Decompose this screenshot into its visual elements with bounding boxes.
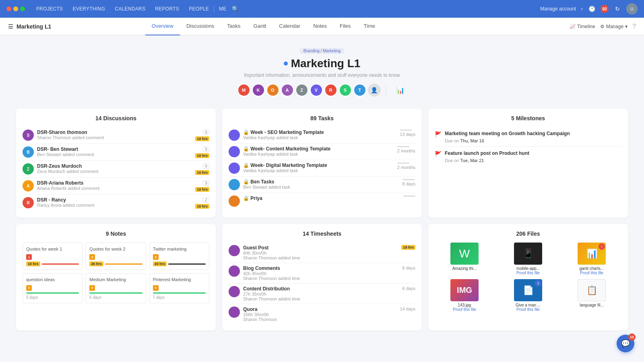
user-avatar[interactable]: U bbox=[626, 3, 638, 14]
timesheet-item-2: Blog Comments 42h 45m/0h Sharon Thomson … bbox=[229, 263, 415, 284]
member-avatar-9[interactable]: T bbox=[353, 84, 366, 97]
note-title-6: Pinterest Marketing bbox=[153, 277, 206, 282]
ts-action-2: Sharon Thomson added time bbox=[243, 276, 399, 281]
tab-gantt[interactable]: Gantt bbox=[247, 18, 273, 35]
file-link-3[interactable]: Proof this file bbox=[562, 271, 621, 275]
disc-count-1: 9 bbox=[203, 130, 209, 135]
file-name-6: language fil... bbox=[562, 303, 621, 307]
timesheet-item-1: Guest Post 84h 30m/0h Sharon Thomson add… bbox=[229, 243, 415, 263]
task-action-3: Vartika Kashyap added task bbox=[243, 168, 394, 173]
nav-everything[interactable]: EVERYTHING bbox=[68, 0, 110, 18]
note-title-3: Twitter marketing bbox=[153, 246, 206, 252]
chart-icon[interactable]: 📊 bbox=[394, 84, 407, 97]
nav-projects[interactable]: PROJECTS bbox=[31, 0, 68, 18]
tab-overview[interactable]: Overview bbox=[145, 18, 180, 35]
member-avatar-2[interactable]: K bbox=[252, 84, 265, 97]
tasks-list: 🔒 Week - SEO Marketing Template Vartika … bbox=[229, 127, 415, 209]
refresh-icon[interactable]: ↻ bbox=[613, 5, 621, 13]
member-avatar-7[interactable]: R bbox=[324, 84, 337, 97]
note-title-2: Quotes for week 2 bbox=[89, 246, 142, 252]
nav-people[interactable]: PEOPLE bbox=[184, 0, 214, 18]
members-row: M K O A Z V R S T 👤 📊 bbox=[16, 84, 628, 97]
disc-count-5: 2 bbox=[203, 197, 209, 203]
files-grid: W Amazing thi... 📱 mobile-app... Proof t… bbox=[435, 243, 621, 312]
project-title-area: ☰ Marketing L1 bbox=[8, 23, 51, 30]
search-icon[interactable]: 🔍 bbox=[231, 5, 239, 13]
file-item-5: 📄 1 Give a man ... Proof this file bbox=[498, 279, 558, 312]
manage-button[interactable]: ⚙ Manage ▾ bbox=[600, 24, 627, 29]
member-avatar-5[interactable]: Z bbox=[295, 84, 308, 97]
notification-badge[interactable]: 60 bbox=[601, 5, 609, 13]
timesheet-item-4: Quora 106h 30m/0h Sharon Thomson 14 days bbox=[229, 304, 415, 324]
maximize-button[interactable] bbox=[20, 6, 25, 11]
project-subtitle: Important information, announcements and… bbox=[16, 72, 628, 78]
main-content: Branding / Marketing Marketing L1 Import… bbox=[0, 35, 644, 362]
disc-time-5: 10 hrs bbox=[195, 204, 209, 209]
file-thumb-1[interactable]: W bbox=[450, 243, 479, 265]
disc-avatar-2: B bbox=[23, 146, 34, 158]
tab-tasks[interactable]: Tasks bbox=[221, 18, 247, 35]
close-button[interactable] bbox=[6, 6, 11, 11]
ts-badge-1: 18 hrs bbox=[401, 245, 415, 250]
disc-name-4: DSR-Ariana Roberts bbox=[37, 180, 192, 186]
file-thumb-3[interactable]: 📊 ! bbox=[578, 243, 606, 265]
member-avatar-6[interactable]: V bbox=[310, 84, 323, 97]
member-avatar-8[interactable]: S bbox=[339, 84, 352, 97]
tab-calendar[interactable]: Calendar bbox=[272, 18, 307, 35]
chat-button[interactable]: 💬 15 bbox=[617, 335, 634, 352]
discussion-item-3: Z DSR-Zeus Murdoch Zeus Murdoch added co… bbox=[23, 161, 209, 178]
disc-action-3: Zeus Murdoch added comment bbox=[37, 169, 192, 174]
timesheets-list: Guest Post 84h 30m/0h Sharon Thomson add… bbox=[229, 243, 415, 324]
nav-me[interactable]: ME bbox=[214, 0, 231, 18]
tab-notes[interactable]: Notes bbox=[307, 18, 333, 35]
disc-name-2: DSR- Ben Stewart bbox=[37, 146, 192, 152]
note-title-4: question ideas bbox=[26, 277, 79, 282]
member-avatar-1[interactable]: M bbox=[237, 84, 250, 97]
milestone-name-1: Marketing team meeting on Growth hacking… bbox=[445, 130, 570, 137]
disc-count-3: 9 bbox=[203, 163, 209, 169]
task-avatar-1 bbox=[229, 130, 240, 141]
note-title-1: Quotes for week 1 bbox=[26, 246, 79, 252]
project-dot bbox=[284, 62, 288, 66]
minimize-button[interactable] bbox=[13, 6, 18, 11]
file-thumb-2[interactable]: 📱 bbox=[514, 243, 542, 265]
cards-grid-bottom: 9 Notes Quotes for week 1 1 10 hrs Quote… bbox=[16, 224, 628, 331]
file-link-5[interactable]: Proof this file bbox=[498, 307, 558, 312]
file-thumb-5[interactable]: 📄 1 bbox=[514, 279, 542, 301]
task-item-5: 🔒 Priya bbox=[229, 193, 415, 209]
file-badge-5: 1 bbox=[535, 280, 541, 286]
discussion-item-4: A DSR-Ariana Roberts Ariana Roberts adde… bbox=[23, 178, 209, 195]
timeline-button[interactable]: 📈 Timeline bbox=[570, 24, 595, 29]
nav-reports[interactable]: REPORTS bbox=[150, 0, 184, 18]
ts-time-1: 84h 30m/0h bbox=[243, 251, 398, 255]
hamburger-icon[interactable]: ☰ bbox=[8, 23, 13, 30]
milestone-due-2: Due on Tue, Mar 21 bbox=[445, 158, 529, 163]
nav-calendars[interactable]: CALENDARS bbox=[110, 0, 150, 18]
milestone-item-1: 🚩 Marketing team meeting on Growth hacki… bbox=[435, 127, 621, 147]
tab-bar: Overview Discussions Tasks Gantt Calenda… bbox=[145, 18, 382, 35]
project-header: Branding / Marketing Marketing L1 Import… bbox=[16, 43, 628, 105]
clock-icon[interactable]: 🕐 bbox=[588, 5, 596, 13]
breadcrumb: Branding / Marketing bbox=[299, 48, 345, 54]
discussion-item-5: R DSR - Rancy Rancy Arora added comment … bbox=[23, 195, 209, 211]
notes-grid: Quotes for week 1 1 10 hrs Quotes for we… bbox=[23, 243, 209, 303]
file-link-4[interactable]: Proof this file bbox=[435, 307, 494, 312]
note-item-4: question ideas 0 5 days bbox=[23, 273, 83, 303]
tab-discussions[interactable]: Discussions bbox=[180, 18, 221, 35]
timesheet-item-3: Content Distribution 27h 35m/0h Sharon T… bbox=[229, 284, 415, 304]
file-thumb-4[interactable]: IMG bbox=[450, 279, 479, 301]
disc-name-1: DSR-Sharon thomson bbox=[37, 130, 192, 135]
manage-account[interactable]: Manage account bbox=[540, 6, 576, 12]
tab-time[interactable]: Time bbox=[357, 18, 382, 35]
tab-files[interactable]: Files bbox=[333, 18, 357, 35]
file-item-1: W Amazing thi... bbox=[435, 243, 494, 275]
help-icon[interactable]: ? bbox=[632, 23, 636, 30]
note-title-5: Medium Marketing bbox=[89, 277, 142, 282]
member-avatar-3[interactable]: O bbox=[266, 84, 279, 97]
file-thumb-6[interactable]: 📋 bbox=[578, 279, 606, 301]
member-avatar-4[interactable]: A bbox=[281, 84, 294, 97]
chat-icon: 💬 bbox=[621, 339, 630, 348]
file-link-2[interactable]: Proof this file bbox=[498, 271, 558, 275]
disc-count-4: 9 bbox=[203, 180, 209, 186]
add-member-icon[interactable]: 👤 bbox=[368, 84, 381, 97]
